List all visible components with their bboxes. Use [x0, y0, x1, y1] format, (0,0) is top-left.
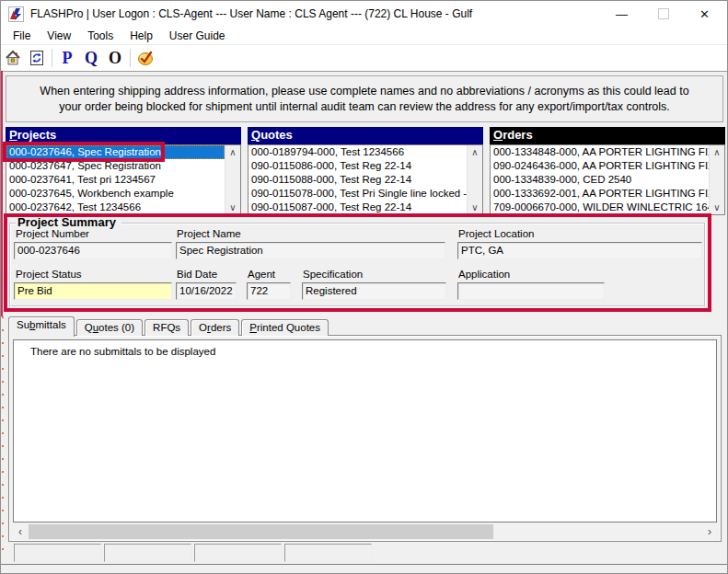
specification-field[interactable]: Registered: [302, 282, 446, 300]
menu-view[interactable]: View: [39, 28, 79, 44]
toolbar-separator: [130, 49, 131, 67]
menu-file[interactable]: File: [5, 28, 39, 44]
project-status-label: Project Status: [16, 269, 82, 280]
project-name-field[interactable]: Spec Registration: [176, 242, 445, 259]
menu-bar: FileViewToolsHelpUser Guide: [1, 27, 727, 45]
application-field[interactable]: [457, 282, 605, 300]
toolbar-separator: [52, 49, 52, 67]
project-location-field[interactable]: PTC, GA: [457, 242, 702, 259]
scroll-down-icon[interactable]: ∨: [225, 201, 240, 214]
window-title: FLASHPro | User Logon : CLS-Agent --- Us…: [30, 7, 472, 20]
project-name-label: Project Name: [177, 228, 241, 239]
tab-rfqs[interactable]: RFQs: [144, 319, 189, 336]
list-item[interactable]: 000-0189794-000, Test 1234566: [248, 145, 467, 159]
scroll-up-icon[interactable]: ∧: [710, 145, 724, 159]
list-item[interactable]: 090-0115088-000, Test Reg 22-14: [248, 173, 467, 187]
status-panel-2: [104, 544, 191, 562]
submittals-tab-panel: There are no submittals to be displayed …: [8, 335, 722, 542]
projects-scrollbar[interactable]: ∧ ∨: [225, 145, 240, 214]
window-bottom-edge: [1, 564, 727, 565]
orders-scrollbar[interactable]: ∧ ∨: [709, 145, 724, 214]
projects-shortcut-button[interactable]: P: [55, 47, 79, 69]
tab-quotes-0[interactable]: Quotes (0): [76, 319, 143, 336]
project-location-label: Project Location: [458, 228, 534, 239]
projects-panel: Projects 000-0237646, Spec Registration0…: [6, 127, 241, 215]
no-submittals-message: There are no submittals to be displayed: [30, 346, 215, 357]
application-label: Application: [458, 269, 510, 280]
quotes-shortcut-button[interactable]: Q: [79, 47, 103, 69]
bid-date-field[interactable]: 10/16/2022: [176, 282, 237, 300]
projects-list: 000-0237646, Spec Registration000-023764…: [6, 145, 225, 214]
scroll-up-icon[interactable]: ∧: [225, 145, 240, 159]
list-item[interactable]: 000-0237645, Workbench example: [6, 187, 225, 201]
list-item[interactable]: 090-0115078-000, Test Pri Single line lo…: [248, 187, 467, 201]
projects-letter-icon: P: [63, 49, 73, 67]
refresh-button[interactable]: [25, 47, 49, 69]
tab-submittals[interactable]: Submittals: [8, 316, 75, 337]
home-button[interactable]: [1, 47, 25, 69]
status-bar: [14, 544, 372, 562]
list-item[interactable]: 000-1334839-000, CED 2540: [491, 173, 709, 187]
agent-field[interactable]: 722: [247, 282, 291, 300]
project-number-label: Project Number: [16, 228, 89, 239]
scroll-up-icon[interactable]: ∧: [468, 145, 482, 159]
close-button[interactable]: ✕: [684, 1, 725, 27]
maximize-icon: [658, 8, 669, 19]
list-item[interactable]: 000-0237641, Test pri 1234567: [6, 173, 225, 187]
list-item[interactable]: 000-0237646, Spec Registration: [6, 145, 225, 159]
quotes-scrollbar[interactable]: ∧ ∨: [467, 145, 482, 214]
annotation-left-edge-line: [1, 71, 3, 316]
list-item[interactable]: 000-1334848-000, AA PORTER LIGHTING FIXT: [491, 145, 709, 159]
orders-list: 000-1334848-000, AA PORTER LIGHTING FIXT…: [491, 145, 709, 214]
orders-panel: Orders 000-1334848-000, AA PORTER LIGHTI…: [490, 127, 725, 215]
scroll-right-icon[interactable]: ›: [702, 524, 717, 539]
projects-listbox: 000-0237646, Spec Registration000-023764…: [6, 144, 241, 215]
project-summary-title: Project Summary: [16, 215, 121, 229]
scroll-left-icon[interactable]: ‹: [13, 524, 28, 539]
app-logo-icon: [8, 6, 24, 22]
menu-tools[interactable]: Tools: [79, 28, 121, 44]
quotes-list: 000-0189794-000, Test 1234566090-0115086…: [248, 145, 467, 214]
quotes-panel: Quotes 000-0189794-000, Test 1234566090-…: [248, 127, 483, 215]
projects-header[interactable]: Projects: [6, 127, 241, 144]
agent-label: Agent: [248, 269, 275, 280]
list-item[interactable]: 090-0115086-000, Test Reg 22-14: [248, 159, 467, 173]
quotes-letter-icon: Q: [85, 49, 98, 67]
status-panel-1: [14, 544, 101, 562]
maximize-button[interactable]: [642, 1, 684, 27]
annotation-left-edge-dots: [2, 316, 4, 561]
logoff-button[interactable]: [133, 47, 157, 69]
flashpro-window: FLASHPro | User Logon : CLS-Agent --- Us…: [0, 0, 728, 574]
minimize-button[interactable]: —: [601, 1, 642, 27]
list-item[interactable]: 000-1333692-001, AA PORTER LIGHTING FIXT: [491, 187, 709, 201]
scroll-down-icon[interactable]: ∨: [710, 201, 724, 214]
submittals-content-area: There are no submittals to be displayed: [13, 339, 717, 522]
quotes-header[interactable]: Quotes: [248, 127, 483, 144]
orders-shortcut-button[interactable]: O: [103, 47, 127, 69]
status-panel-4: [284, 544, 372, 562]
list-item[interactable]: 000-0237642, Test 1234566: [6, 201, 225, 214]
home-icon: [4, 49, 22, 67]
orders-letter-icon: O: [109, 49, 121, 67]
list-item[interactable]: 000-0237647, Spec Registration: [6, 159, 225, 173]
list-item[interactable]: 090-0246436-000, AA PORTER LIGHTING FIXT: [491, 159, 709, 173]
status-panel-3: [194, 544, 282, 562]
specification-label: Specification: [303, 269, 363, 280]
detail-tabs: SubmittalsQuotes (0)RFQsOrdersPrinted Qu…: [8, 317, 330, 336]
scrollbar-thumb[interactable]: [29, 524, 493, 539]
bid-date-label: Bid Date: [177, 269, 217, 280]
orders-header[interactable]: Orders: [490, 127, 725, 144]
scroll-down-icon[interactable]: ∨: [468, 201, 482, 214]
project-status-field[interactable]: Pre Bid: [14, 282, 172, 300]
horizontal-scrollbar[interactable]: ‹ ›: [13, 524, 717, 539]
list-item[interactable]: 709-0006670-000, WILDER WINLECTRIC 164: [491, 201, 709, 214]
tab-orders[interactable]: Orders: [191, 319, 239, 336]
shipping-warning-panel: When entering shipping address informati…: [6, 75, 723, 122]
check-badge-icon: [136, 49, 155, 67]
toolbar: P Q O: [1, 45, 727, 72]
project-number-field[interactable]: 000-0237646: [14, 242, 172, 259]
menu-user-guide[interactable]: User Guide: [161, 28, 234, 44]
list-item[interactable]: 090-0115087-000, Test Reg 22-14: [248, 201, 467, 214]
tab-printed-quotes[interactable]: Printed Quotes: [241, 319, 329, 336]
menu-help[interactable]: Help: [121, 28, 161, 44]
